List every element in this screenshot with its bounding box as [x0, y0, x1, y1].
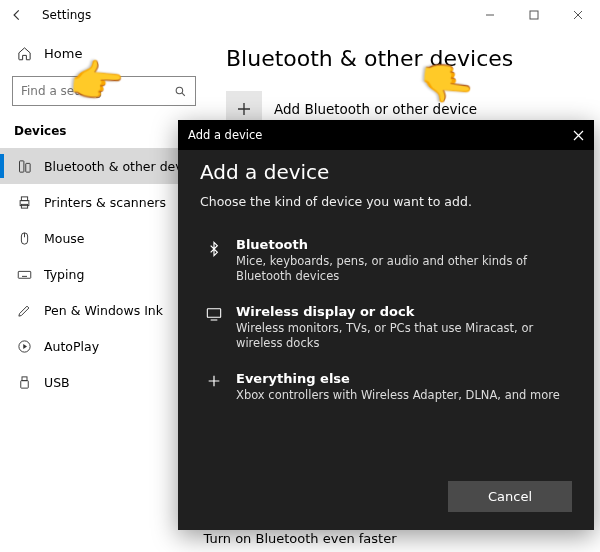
home-label: Home [44, 46, 82, 61]
keyboard-icon [14, 267, 34, 282]
window-controls [468, 0, 600, 30]
svg-rect-3 [19, 160, 23, 171]
footer-hint-text: Turn on Bluetooth even faster [203, 531, 396, 546]
settings-window: Settings Home Devices [0, 0, 600, 552]
dialog-titlebar: Add a device [178, 120, 594, 150]
cancel-button[interactable]: Cancel [448, 481, 572, 512]
display-icon [200, 304, 228, 322]
sidebar-item-label: USB [44, 375, 70, 390]
search-field[interactable] [21, 84, 174, 98]
svg-rect-17 [20, 380, 28, 388]
sidebar-item-pen[interactable]: Pen & Windows Ink [0, 292, 208, 328]
svg-rect-6 [21, 196, 27, 200]
back-icon[interactable] [10, 8, 30, 22]
printer-icon [14, 195, 34, 210]
dialog-option-bluetooth[interactable]: Bluetooth Mice, keyboards, pens, or audi… [200, 227, 572, 294]
dialog-subheading: Choose the kind of device you want to ad… [200, 194, 572, 209]
plus-icon [200, 371, 228, 389]
option-title: Everything else [236, 371, 572, 386]
pen-icon [14, 303, 34, 318]
svg-rect-16 [22, 376, 27, 380]
svg-rect-1 [530, 11, 538, 19]
add-device-label: Add Bluetooth or other device [274, 101, 477, 117]
svg-rect-4 [25, 163, 29, 172]
minimize-button[interactable] [468, 0, 512, 30]
sidebar-item-label: Pen & Windows Ink [44, 303, 163, 318]
sidebar-item-printers[interactable]: Printers & scanners [0, 184, 208, 220]
sidebar: Home Devices Bluetooth & other devices P… [0, 30, 208, 552]
add-device-dialog: Add a device Add a device Choose the kin… [178, 120, 594, 530]
devices-icon [14, 159, 34, 174]
sidebar-item-label: AutoPlay [44, 339, 99, 354]
usb-icon [14, 375, 34, 390]
option-desc: Mice, keyboards, pens, or audio and othe… [236, 254, 572, 284]
option-desc: Wireless monitors, TVs, or PCs that use … [236, 321, 572, 351]
option-title: Wireless display or dock [236, 304, 572, 319]
dialog-window-title: Add a device [188, 128, 262, 142]
sidebar-item-typing[interactable]: Typing [0, 256, 208, 292]
maximize-button[interactable] [512, 0, 556, 30]
option-desc: Xbox controllers with Wireless Adapter, … [236, 388, 572, 403]
sidebar-item-bluetooth[interactable]: Bluetooth & other devices [0, 148, 208, 184]
option-title: Bluetooth [236, 237, 572, 252]
close-button[interactable] [556, 0, 600, 30]
svg-point-2 [176, 87, 183, 94]
sidebar-item-label: Mouse [44, 231, 85, 246]
sidebar-item-autoplay[interactable]: AutoPlay [0, 328, 208, 364]
sidebar-item-label: Typing [44, 267, 84, 282]
search-icon [174, 85, 187, 98]
page-title: Bluetooth & other devices [226, 46, 582, 71]
home-icon [14, 46, 34, 61]
svg-rect-7 [21, 204, 27, 208]
sidebar-item-label: Printers & scanners [44, 195, 166, 210]
bluetooth-icon [200, 237, 228, 259]
svg-rect-10 [18, 271, 31, 278]
sidebar-item-mouse[interactable]: Mouse [0, 220, 208, 256]
home-link[interactable]: Home [0, 36, 208, 70]
autoplay-icon [14, 339, 34, 354]
titlebar: Settings [0, 0, 600, 30]
mouse-icon [14, 231, 34, 246]
dialog-option-wireless-display[interactable]: Wireless display or dock Wireless monito… [200, 294, 572, 361]
window-title: Settings [42, 8, 91, 22]
sidebar-item-usb[interactable]: USB [0, 364, 208, 400]
dialog-heading: Add a device [200, 160, 572, 184]
search-input[interactable] [12, 76, 196, 106]
sidebar-section-label: Devices [0, 116, 208, 148]
dialog-close-button[interactable] [573, 130, 584, 141]
dialog-option-everything-else[interactable]: Everything else Xbox controllers with Wi… [200, 361, 572, 413]
svg-rect-18 [207, 309, 220, 318]
